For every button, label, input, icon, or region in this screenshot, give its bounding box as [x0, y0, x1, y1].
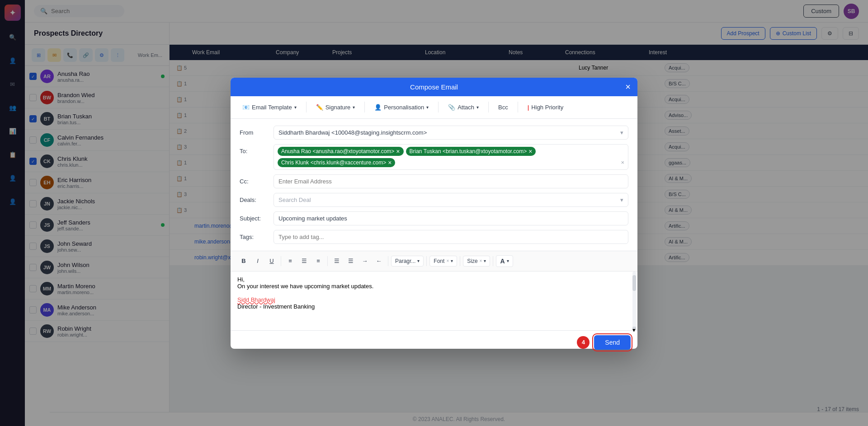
- to-label: To:: [240, 144, 267, 154]
- modal-close-button[interactable]: ×: [625, 82, 631, 91]
- attach-button[interactable]: 📎 Attach ▾: [443, 101, 484, 114]
- clear-all-icon[interactable]: ×: [621, 159, 624, 166]
- toolbar-sep: [306, 102, 307, 112]
- priority-icon: |: [528, 104, 529, 111]
- font-label: Font: [434, 258, 444, 264]
- toolbar-sep: [388, 256, 388, 266]
- deals-placeholder: Search Deal: [278, 197, 620, 203]
- from-label: From: [240, 126, 267, 136]
- chevron-down-icon: ▾: [507, 258, 509, 263]
- toolbar-sep: [488, 102, 489, 112]
- modal-toolbar: 📧 Email Template ▾ ✏️ Signature ▾ 👤 Pers…: [231, 96, 637, 119]
- signature-icon: ✏️: [316, 104, 323, 111]
- recipient-tag-2[interactable]: Brian Tuskan <brian.tuskan@xtoyotamotor.…: [406, 147, 536, 156]
- from-field: Siddharth Bhardwaj <100048@staging.insig…: [274, 126, 628, 140]
- attach-icon: 📎: [448, 104, 455, 111]
- modal-title: Compose Email: [410, 83, 458, 91]
- bullet-list-button[interactable]: ☰: [330, 255, 343, 267]
- to-field[interactable]: Anusha Rao <anusha.rao@xtoyotamotor.com>…: [274, 144, 628, 170]
- scrollbar-track[interactable]: ▾: [632, 272, 636, 330]
- toolbar-sep: [518, 102, 518, 112]
- toolbar-sep: [281, 256, 281, 266]
- subject-label: Subject:: [240, 211, 267, 222]
- email-template-icon: 📧: [242, 104, 250, 111]
- align-center-button[interactable]: ☰: [298, 255, 311, 267]
- cc-label: Cc:: [240, 174, 267, 185]
- text-color-icon: A: [500, 257, 505, 265]
- italic-button[interactable]: I: [251, 255, 264, 267]
- chevron-down-icon: ▾: [451, 258, 453, 263]
- chevron-down-icon: ▾: [353, 105, 355, 110]
- to-row: To: Anusha Rao <anusha.rao@xtoyotamotor.…: [240, 144, 628, 170]
- bcc-button[interactable]: Bcc: [493, 101, 513, 114]
- scrollbar-end: ▾: [632, 327, 636, 330]
- deals-row: Deals: Search Deal ▾: [240, 193, 628, 207]
- high-priority-button[interactable]: | High Priority: [523, 101, 568, 114]
- toolbar-sep: [364, 102, 365, 112]
- size-dropdown[interactable]: Size × ▾: [463, 256, 490, 267]
- toolbar-sep: [426, 256, 427, 266]
- signature-name: Sidd Bhardwaj: [237, 296, 275, 303]
- tags-label: Tags:: [240, 230, 267, 240]
- subject-row: Subject:: [240, 211, 628, 225]
- deals-label: Deals:: [240, 193, 267, 203]
- remove-recipient-1[interactable]: ×: [396, 148, 400, 154]
- cc-row: Cc:: [240, 174, 628, 188]
- chevron-down-icon: ▾: [294, 105, 297, 110]
- editor-content[interactable]: Hi, On your interest we have upcoming ma…: [231, 272, 637, 330]
- text-color-dropdown[interactable]: A ▾: [496, 255, 513, 267]
- recipient-tag-1[interactable]: Anusha Rao <anusha.rao@xtoyotamotor.com>…: [278, 147, 404, 156]
- cc-input[interactable]: [274, 174, 628, 188]
- toolbar-sep: [460, 256, 460, 266]
- outdent-button[interactable]: ←: [373, 255, 385, 267]
- app-container: ✦ 🔍 👤 ✉ 👥 📊 📋 👤 👤 🔍 Custom SB Prospects: [0, 0, 868, 426]
- tags-input[interactable]: [274, 230, 628, 244]
- font-dropdown[interactable]: Font × ▾: [429, 256, 457, 267]
- chevron-down-icon: ▾: [484, 258, 486, 263]
- paragraph-label: Paragr...: [395, 258, 415, 264]
- tags-row: Tags:: [240, 230, 628, 244]
- remove-recipient-3[interactable]: ×: [388, 159, 392, 166]
- personalisation-button[interactable]: 👤 Personalisation ▾: [369, 101, 434, 114]
- chevron-down-icon[interactable]: ▾: [620, 129, 623, 136]
- body-line2: On your interest we have upcoming market…: [237, 283, 631, 290]
- from-row: From Siddharth Bhardwaj <100048@staging.…: [240, 126, 628, 140]
- underline-button[interactable]: U: [265, 255, 278, 267]
- indent-button[interactable]: →: [359, 255, 371, 267]
- chevron-down-icon: ▾: [476, 105, 479, 110]
- remove-recipient-2[interactable]: ×: [528, 148, 532, 154]
- signature-button[interactable]: ✏️ Signature ▾: [311, 101, 360, 114]
- chevron-down-icon: ▾: [426, 105, 429, 110]
- subject-input[interactable]: [274, 211, 628, 225]
- person-icon: 👤: [374, 104, 382, 111]
- email-template-button[interactable]: 📧 Email Template ▾: [237, 101, 302, 114]
- align-right-button[interactable]: ≡: [312, 255, 325, 267]
- modal-overlay[interactable]: Compose Email × 📧 Email Template ▾ ✏️ Si…: [0, 0, 868, 426]
- modal-footer: 4 Send: [231, 330, 637, 354]
- numbered-list-button[interactable]: ☰: [344, 255, 357, 267]
- editor-toolbar: B I U ≡ ☰ ≡ ☰ ☰ → ← Paragr... ▾ Fon: [231, 251, 637, 272]
- compose-email-modal: Compose Email × 📧 Email Template ▾ ✏️ Si…: [231, 78, 637, 349]
- close-icon[interactable]: ×: [446, 258, 449, 263]
- chevron-down-icon[interactable]: ▾: [620, 197, 623, 203]
- chevron-down-icon: ▾: [417, 258, 420, 263]
- scrollbar-thumb: [632, 275, 636, 291]
- toolbar-sep: [438, 102, 439, 112]
- editor-area: Hi, On your interest we have upcoming ma…: [231, 272, 637, 330]
- toolbar-sep: [493, 256, 493, 266]
- bold-button[interactable]: B: [237, 255, 250, 267]
- email-form: From Siddharth Bhardwaj <100048@staging.…: [231, 119, 637, 251]
- from-value: Siddharth Bhardwaj <100048@staging.insig…: [278, 129, 620, 136]
- paragraph-dropdown[interactable]: Paragr... ▾: [391, 256, 424, 267]
- send-button[interactable]: Send: [594, 335, 631, 350]
- align-left-button[interactable]: ≡: [284, 255, 297, 267]
- toolbar-sep: [327, 256, 328, 266]
- close-icon[interactable]: ×: [480, 258, 482, 263]
- body-line1: Hi,: [237, 276, 631, 283]
- size-label: Size: [467, 258, 477, 264]
- recipient-tag-3[interactable]: Chris Klunk <chris.klunk@xaccenture.com>…: [278, 158, 395, 167]
- signature-title: Director - Investment Banking: [237, 303, 631, 310]
- modal-header: Compose Email ×: [231, 78, 637, 96]
- deals-field: Search Deal ▾: [274, 193, 628, 207]
- step-badge: 4: [577, 336, 590, 349]
